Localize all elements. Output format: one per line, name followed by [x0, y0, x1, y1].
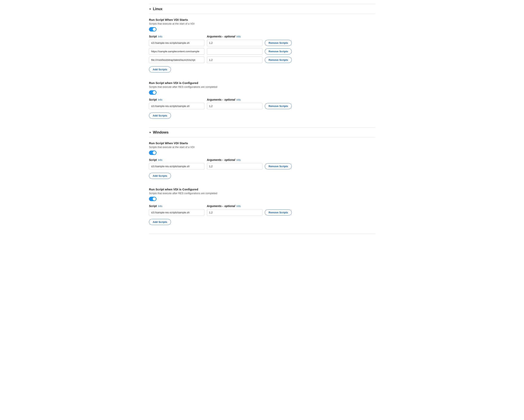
- windows-vdi-configured-args-label-group: Arguments - optional Info: [207, 204, 375, 208]
- windows-vdi-configured-args-info[interactable]: Info: [236, 205, 241, 208]
- linux-vdi-starts-script-input-0[interactable]: [149, 40, 204, 46]
- linux-vdi-starts-title: Run Script When VDI Starts: [149, 18, 375, 21]
- windows-vdi-starts-args-info[interactable]: Info: [236, 159, 241, 161]
- windows-vdi-starts-args-optional: optional: [224, 158, 235, 161]
- windows-vdi-starts-title: Run Script When VDI Starts: [149, 142, 375, 145]
- windows-vdi-starts-desc: Scripts that execute at the start of a V…: [149, 146, 375, 149]
- windows-vdi-starts-script-label-group: Script Info: [149, 158, 204, 161]
- linux-vdi-configured-script-label-group: Script Info: [149, 98, 204, 101]
- linux-vdi-configured-toggle-wrap: [149, 90, 375, 95]
- windows-vdi-configured-toggle-slider: [149, 197, 157, 201]
- linux-vdi-starts-args-input-0[interactable]: [207, 40, 262, 46]
- linux-vdi-starts-args-label-group: Arguments - optional Info: [207, 35, 375, 38]
- windows-vdi-configured-toggle-wrap: [149, 197, 375, 202]
- linux-vdi-starts-args-input-1[interactable]: [207, 48, 262, 55]
- linux-vdi-configured-script-input-0[interactable]: [149, 103, 204, 109]
- linux-vdi-starts: Run Script When VDI Starts Scripts that …: [149, 18, 375, 76]
- windows-vdi-starts-toggle-slider: [149, 151, 157, 155]
- windows-vdi-starts: Run Script When VDI Starts Scripts that …: [149, 142, 375, 183]
- windows-vdi-configured-toggle[interactable]: [149, 197, 157, 201]
- windows-vdi-starts-toggle[interactable]: [149, 151, 157, 155]
- linux-vdi-starts-script-row-0: Remove Scripts: [149, 40, 375, 46]
- linux-vdi-configured: Run Script when VDI is Configured Script…: [149, 81, 375, 123]
- linux-vdi-configured-toggle-slider: [149, 90, 157, 95]
- windows-vdi-configured-script-label: Script: [149, 204, 157, 208]
- windows-vdi-configured-desc: Scripts that execute after RES configura…: [149, 192, 375, 195]
- linux-vdi-starts-script-label-group: Script Info: [149, 35, 204, 38]
- windows-vdi-starts-script-input-0[interactable]: [149, 163, 204, 170]
- windows-vdi-starts-args-label-group: Arguments - optional Info: [207, 158, 375, 161]
- windows-vdi-configured-script-row-0: Remove Scripts: [149, 209, 375, 216]
- linux-vdi-configured-add-btn[interactable]: Add Scripts: [149, 113, 171, 119]
- linux-vdi-configured-args-label-group: Arguments - optional Info: [207, 98, 375, 101]
- windows-vdi-starts-args-label: Arguments -: [207, 158, 223, 161]
- linux-vdi-starts-remove-btn-2[interactable]: Remove Scripts: [265, 57, 292, 63]
- linux-vdi-configured-args-input-0[interactable]: [207, 103, 262, 109]
- bottom-separator: [149, 234, 375, 234]
- linux-vdi-configured-title: Run Script when VDI is Configured: [149, 81, 375, 84]
- linux-vdi-configured-script-row-0: Remove Scripts: [149, 103, 375, 109]
- linux-vdi-starts-args-info[interactable]: Info: [236, 35, 241, 38]
- linux-vdi-configured-args-info[interactable]: Info: [236, 98, 241, 101]
- windows-vdi-configured-script-label-group: Script Info: [149, 204, 204, 208]
- linux-vdi-starts-args-label: Arguments -: [207, 35, 223, 38]
- linux-vdi-starts-toggle-wrap: [149, 27, 375, 32]
- windows-vdi-configured: Run Script when VDI is Configured Script…: [149, 188, 375, 229]
- linux-vdi-starts-toggle[interactable]: [149, 27, 157, 32]
- windows-vdi-configured-remove-btn-0[interactable]: Remove Scripts: [265, 210, 292, 216]
- windows-vdi-configured-field-labels: Script Info Arguments - optional Info: [149, 204, 375, 208]
- linux-vdi-starts-remove-btn-0[interactable]: Remove Scripts: [265, 40, 292, 46]
- linux-vdi-starts-script-row-2: Remove Scripts: [149, 57, 375, 63]
- linux-vdi-configured-args-label: Arguments -: [207, 98, 223, 101]
- windows-vdi-configured-args-optional: optional: [224, 204, 235, 208]
- windows-vdi-starts-remove-btn-0[interactable]: Remove Scripts: [265, 163, 292, 169]
- linux-section-label: Linux: [153, 7, 162, 11]
- linux-vdi-starts-script-label: Script: [149, 35, 157, 38]
- linux-vdi-starts-remove-btn-1[interactable]: Remove Scripts: [265, 48, 292, 54]
- windows-section-header: ▼ Windows: [149, 127, 375, 137]
- windows-vdi-configured-title: Run Script when VDI is Configured: [149, 188, 375, 191]
- page-container: ▼ Linux Run Script When VDI Starts Scrip…: [143, 0, 381, 242]
- windows-vdi-configured-script-input-0[interactable]: [149, 209, 204, 216]
- linux-vdi-starts-toggle-slider: [149, 27, 157, 32]
- windows-vdi-starts-script-info[interactable]: Info: [158, 159, 162, 161]
- windows-vdi-configured-args-label: Arguments -: [207, 204, 223, 208]
- windows-vdi-configured-args-input-0[interactable]: [207, 209, 262, 216]
- windows-vdi-starts-toggle-wrap: [149, 151, 375, 156]
- linux-arrow-icon: ▼: [149, 8, 151, 10]
- linux-vdi-configured-script-info[interactable]: Info: [158, 98, 162, 101]
- windows-vdi-starts-field-labels: Script Info Arguments - optional Info: [149, 158, 375, 161]
- windows-vdi-starts-script-label: Script: [149, 158, 157, 161]
- windows-vdi-starts-script-row-0: Remove Scripts: [149, 163, 375, 170]
- linux-vdi-starts-desc: Scripts that execute at the start of a V…: [149, 22, 375, 25]
- linux-vdi-starts-field-labels: Script Info Arguments - optional Info: [149, 35, 375, 38]
- linux-vdi-configured-script-label: Script: [149, 98, 157, 101]
- windows-vdi-configured-script-info[interactable]: Info: [158, 205, 162, 208]
- linux-vdi-starts-script-input-1[interactable]: [149, 48, 204, 55]
- windows-section-label: Windows: [153, 130, 169, 134]
- linux-vdi-starts-args-input-2[interactable]: [207, 57, 262, 63]
- linux-vdi-configured-toggle[interactable]: [149, 90, 157, 95]
- linux-vdi-starts-script-input-2[interactable]: [149, 57, 204, 63]
- linux-vdi-configured-field-labels: Script Info Arguments - optional Info: [149, 98, 375, 101]
- linux-vdi-starts-script-row-1: Remove Scripts: [149, 48, 375, 55]
- windows-vdi-starts-add-btn[interactable]: Add Scripts: [149, 173, 171, 179]
- linux-section-header: ▼ Linux: [149, 4, 375, 14]
- linux-vdi-configured-args-optional: optional: [224, 98, 235, 101]
- windows-vdi-configured-add-btn[interactable]: Add Scripts: [149, 219, 171, 225]
- linux-vdi-starts-add-btn[interactable]: Add Scripts: [149, 66, 171, 73]
- linux-vdi-configured-remove-btn-0[interactable]: Remove Scripts: [265, 103, 292, 109]
- windows-arrow-icon: ▼: [149, 131, 151, 134]
- linux-vdi-configured-desc: Scripts that execute after RES configura…: [149, 85, 375, 88]
- linux-vdi-starts-script-info[interactable]: Info: [158, 35, 162, 38]
- windows-vdi-starts-args-input-0[interactable]: [207, 163, 262, 170]
- linux-vdi-starts-args-optional: optional: [224, 35, 235, 38]
